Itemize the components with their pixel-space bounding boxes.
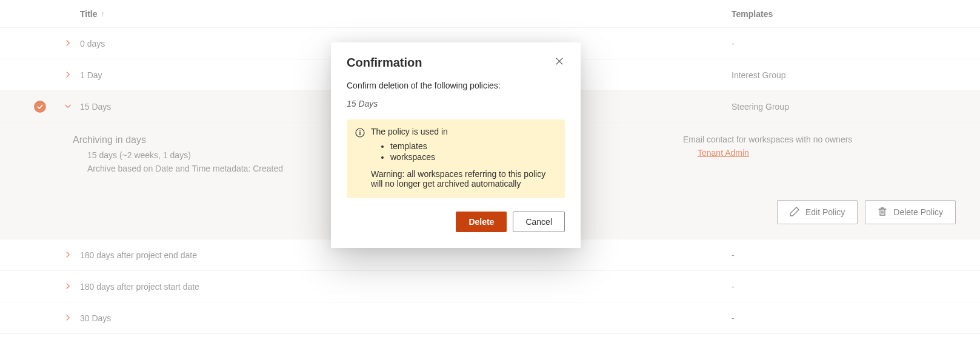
- dialog-actions: Delete Cancel: [347, 212, 565, 232]
- info-content: The policy is used in templates workspac…: [371, 127, 556, 189]
- info-icon: [355, 128, 365, 189]
- info-list-item: templates: [390, 141, 556, 151]
- confirm-delete-button[interactable]: Delete: [456, 212, 507, 232]
- dialog-title: Confirmation: [347, 56, 422, 70]
- info-messagebar: The policy is used in templates workspac…: [347, 119, 565, 198]
- close-icon: [555, 58, 564, 67]
- info-list: templates workspaces: [390, 141, 556, 162]
- info-intro: The policy is used in: [371, 127, 556, 136]
- svg-point-1: [359, 130, 361, 132]
- info-warning-text: Warning: all workspaces referring to thi…: [371, 169, 556, 189]
- svg-rect-2: [359, 132, 360, 135]
- dialog-item-name: 15 Days: [347, 99, 565, 108]
- dialog-message: Confirm deletion of the following polici…: [347, 81, 565, 90]
- cancel-button[interactable]: Cancel: [513, 212, 565, 232]
- info-list-item: workspaces: [390, 152, 556, 162]
- close-button[interactable]: [554, 56, 565, 68]
- confirmation-dialog: Confirmation Confirm deletion of the fol…: [331, 42, 581, 248]
- dialog-header: Confirmation: [347, 56, 565, 70]
